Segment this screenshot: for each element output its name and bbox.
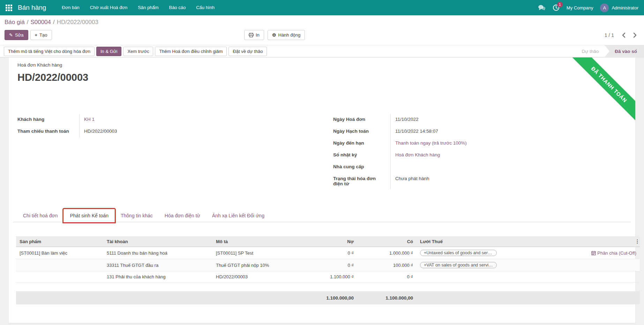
preview-button[interactable]: Xem trước — [123, 47, 153, 56]
breadcrumb-bao-gia[interactable]: Báo giá — [5, 19, 25, 25]
cell-description: Thuế GTGT phải nộp 10% — [212, 259, 303, 271]
app-brand[interactable]: Bán hàng — [18, 4, 46, 11]
cell-product — [16, 271, 103, 283]
cell-account: 131 Phải thu của khách hàng — [103, 271, 212, 283]
cell-tax-grid: +Untaxed sales of goods and servic... — [417, 247, 521, 259]
status-pipeline: Dự thảo Đã vào sổ — [576, 45, 644, 57]
cell-credit: 0 ₫ — [357, 271, 417, 283]
state-draft[interactable]: Dự thảo — [576, 45, 604, 57]
column-header-product[interactable]: Sản phẩm — [16, 236, 103, 247]
cell-tax-grid: +VAT on sales of goods and service... — [417, 259, 521, 271]
calendar-icon — [591, 251, 596, 255]
total-credit: 1.100.000,00 — [357, 295, 417, 301]
user-menu[interactable]: A Administrator — [600, 3, 638, 12]
tab-other-info[interactable]: Thông tin khác — [115, 209, 159, 222]
state-posted[interactable]: Đã vào sổ — [604, 45, 644, 57]
activity-clock-icon[interactable]: 1 — [553, 4, 560, 11]
field-value-journal[interactable]: Hoá đơn Khách hàng — [391, 149, 440, 161]
cell-account: 5111 Doanh thu bán hàng hoá — [103, 247, 212, 259]
field-label-payment-reference: Tham chiếu thanh toán — [17, 126, 80, 138]
gear-icon: ⚙ — [272, 32, 276, 38]
menu-cho-xuat-hoa-don[interactable]: Chờ xuất Hoá đơn — [85, 0, 133, 15]
cell-product — [16, 259, 103, 271]
tab-journal-items[interactable]: Phát sinh Kế toán — [63, 209, 115, 222]
right-field-group: Ngày Hoá đơn 11/10/2022 Ngày Hạch toán 1… — [333, 114, 627, 189]
table-row[interactable]: 131 Phải thu của khách hàng HD/2022/0000… — [16, 271, 640, 283]
notebook-tabs: Chi tiết hoá đơn Phát sinh Kế toán Thông… — [13, 208, 631, 222]
table-row[interactable]: [ST00011] Bàn làm việc 5111 Doanh thu bá… — [16, 247, 640, 259]
tax-grid-tag[interactable]: +Untaxed sales of goods and servic... — [420, 250, 497, 256]
page-title: HD/2022/00003 — [17, 72, 631, 83]
cell-debit: 1.100.000 ₫ — [303, 271, 357, 283]
company-switcher[interactable]: My Company — [567, 5, 593, 10]
field-value-accounting-date: 11/10/2022 14:58:07 — [391, 126, 438, 138]
sheet-background: ĐÃ THANH TOÁN Hoá đơn Khách hàng HD/2022… — [0, 57, 644, 323]
reset-to-draft-button[interactable]: Đặt về dự thảo — [229, 47, 267, 56]
statusbar: Thêm mô tả tiếng Việt cho dòng hóa đơn I… — [0, 45, 644, 57]
form-sheet: ĐÃ THANH TOÁN Hoá đơn Khách hàng HD/2022… — [9, 57, 635, 323]
cutoff-link[interactable]: Phân chia (Cut-Off) — [521, 247, 640, 259]
menu-don-ban[interactable]: Đơn bán — [57, 0, 84, 15]
pager-next-icon[interactable] — [633, 32, 637, 38]
tab-invoice-lines[interactable]: Chi tiết hoá đơn — [17, 209, 63, 222]
action-button[interactable]: ⚙ Hành động — [268, 30, 305, 40]
field-value-customer[interactable]: KH 1 — [80, 114, 95, 126]
tab-einvoice[interactable]: Hóa đơn điện tử — [159, 209, 206, 222]
add-vietnamese-description-button[interactable]: Thêm mô tả tiếng Việt cho dòng hóa đơn — [4, 47, 95, 56]
cell-extra — [521, 259, 640, 271]
column-header-description[interactable]: Mô tả — [212, 236, 303, 247]
menu-san-pham[interactable]: Sản phẩm — [133, 0, 164, 15]
field-value-einvoice-status: Chưa phát hành — [391, 173, 429, 189]
edit-button[interactable]: ✎ Sửa — [5, 30, 28, 40]
field-label-customer: Khách hàng — [17, 114, 80, 126]
field-row-accounting-date: Ngày Hạch toán 11/10/2022 14:58:07 — [333, 126, 627, 138]
messages-icon[interactable] — [538, 5, 546, 11]
column-header-debit[interactable]: Nợ — [303, 236, 357, 247]
breadcrumb-separator: / — [51, 19, 57, 25]
menu-bao-cao[interactable]: Báo cáo — [164, 0, 191, 15]
field-label-accounting-date: Ngày Hạch toán — [333, 126, 391, 138]
optional-columns-icon[interactable]: ⋮ — [631, 236, 640, 247]
field-row-invoice-date: Ngày Hoá đơn 11/10/2022 — [333, 114, 627, 126]
column-header-account[interactable]: Tài khoản — [103, 236, 212, 247]
printer-icon — [249, 33, 254, 37]
table-row[interactable]: 33311 Thuế GTGT đầu ra Thuế GTGT phải nộ… — [16, 259, 640, 271]
create-button[interactable]: + Tạo — [30, 30, 52, 40]
field-value-payment-reference: HD/2022/00003 — [80, 126, 117, 138]
main-menu: Đơn bán Chờ xuất Hoá đơn Sản phẩm Báo cá… — [57, 0, 220, 15]
field-value-due-date[interactable]: Thanh toán ngay (trả trước 100%) — [391, 138, 467, 149]
pencil-icon: ✎ — [9, 32, 13, 38]
control-panel: Báo giá/S00004/HD/2022/00003 ✎ Sửa + Tạo… — [0, 15, 644, 45]
column-header-credit[interactable]: Có — [357, 236, 417, 247]
user-avatar: A — [600, 3, 609, 12]
cell-extra — [521, 271, 640, 283]
tax-grid-tag[interactable]: +VAT on sales of goods and service... — [420, 262, 497, 268]
center-buttons: In ⚙ Hành động — [244, 30, 305, 40]
add-credit-note-button[interactable]: Thêm Hoá đơn điều chỉnh giảm — [155, 47, 227, 56]
navbar-right: 1 My Company A Administrator — [538, 3, 638, 12]
field-groups: Khách hàng KH 1 Tham chiếu thanh toán HD… — [17, 114, 627, 189]
pager-previous-icon[interactable] — [622, 32, 626, 38]
cell-credit: 1.000.000 ₫ — [357, 247, 417, 259]
print-and-send-button[interactable]: In & Gửi — [96, 47, 121, 56]
menu-cau-hinh[interactable]: Cấu hình — [191, 0, 220, 15]
breadcrumb: Báo giá/S00004/HD/2022/00003 — [5, 19, 639, 26]
totals-row: 1.100.000,00 1.100.000,00 — [16, 291, 640, 304]
journal-items-table: Sản phẩm Tài khoản Mô tả Nợ Có Lưới Thuế… — [16, 236, 640, 283]
field-row-journal: Sổ nhật ký Hoá đơn Khách hàng — [333, 149, 627, 161]
field-label-due-date: Ngày đến hạn — [333, 138, 391, 149]
cell-debit: 0 ₫ — [303, 259, 357, 271]
print-button[interactable]: In — [244, 30, 264, 40]
cell-tax-grid — [417, 271, 521, 283]
cell-debit: 0 ₫ — [303, 247, 357, 259]
tab-counterpart-mapping[interactable]: Ánh xạ Liên kết Đối ứng — [206, 209, 270, 222]
field-label-vendor: Nhà cung cấp — [333, 161, 391, 173]
field-label-einvoice-status: Trạng thái hóa đơn điện tử — [333, 173, 391, 189]
user-name: Administrator — [612, 5, 638, 10]
document-type-label: Hoá đơn Khách hàng — [17, 62, 631, 68]
left-field-group: Khách hàng KH 1 Tham chiếu thanh toán HD… — [17, 114, 317, 189]
column-header-tax-grid[interactable]: Lưới Thuế — [417, 236, 521, 247]
apps-grid-icon[interactable] — [6, 5, 12, 11]
field-row-payment-reference: Tham chiếu thanh toán HD/2022/00003 — [17, 126, 317, 138]
breadcrumb-s00004[interactable]: S00004 — [30, 19, 51, 25]
